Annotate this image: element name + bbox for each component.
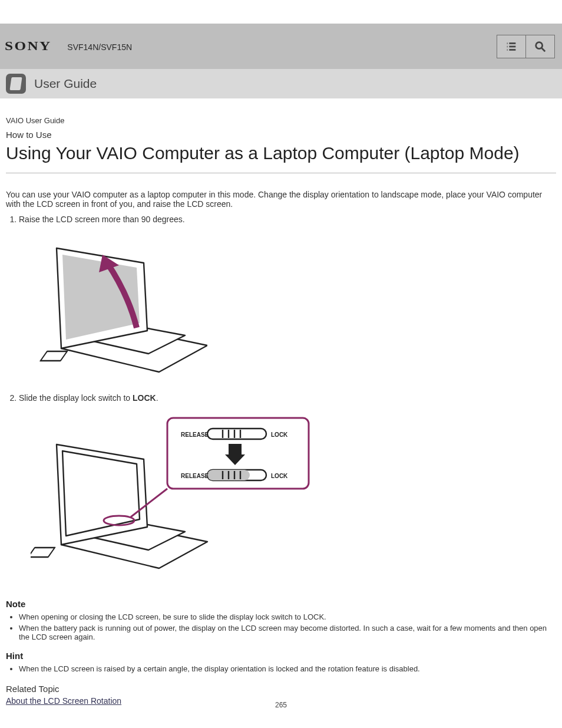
svg-point-6 [536, 42, 543, 48]
steps-list-2: Slide the display lock switch to LOCK. [19, 393, 556, 403]
list-button[interactable] [497, 35, 526, 58]
note-heading: Note [6, 599, 556, 609]
step-2-extra: . [156, 393, 158, 403]
related-topic-heading: Related Topic [6, 684, 556, 694]
release-label-1: RELEASE [181, 431, 209, 438]
release-label-2: RELEASE [181, 473, 209, 479]
hint-heading: Hint [6, 651, 556, 661]
top-header-bar: SONY SVF14N/SVF15N [0, 24, 562, 69]
page-title: Using Your VAIO Computer as a Laptop Com… [6, 143, 556, 163]
step-1-text: Raise the LCD screen more than 90 degree… [19, 215, 185, 224]
step-2-bold: LOCK [133, 393, 156, 403]
search-button[interactable] [525, 35, 555, 58]
steps-list: Raise the LCD screen more than 90 degree… [19, 215, 556, 224]
svg-rect-16 [31, 548, 55, 557]
svg-rect-10 [41, 351, 67, 361]
step-2-text: Slide the display lock switch to [19, 393, 133, 403]
svg-line-7 [542, 48, 546, 51]
figure-open-lid [31, 233, 207, 381]
search-icon [534, 40, 547, 53]
step-1: Raise the LCD screen more than 90 degree… [19, 215, 556, 224]
brand-logo: SONY [5, 39, 52, 54]
hint-1: When the LCD screen is raised by a certa… [19, 664, 556, 673]
book-icon [6, 74, 26, 94]
how-to-use-link[interactable]: How to Use [6, 130, 556, 140]
note-2: When the battery pack is running out of … [19, 624, 556, 641]
hints-list: When the LCD screen is raised by a certa… [19, 664, 556, 673]
intro-paragraph: You can use your VAIO computer as a lapt… [6, 190, 556, 209]
figure-lock-switch: RELEASE LOCK RELEASE LOCK [31, 412, 313, 577]
guide-label: VAIO User Guide [6, 116, 556, 125]
step-2: Slide the display lock switch to LOCK. [19, 393, 556, 403]
svg-rect-25 [229, 444, 242, 454]
svg-rect-20 [207, 429, 266, 439]
note-1: When opening or closing the LCD screen, … [19, 612, 556, 621]
title-divider [6, 173, 556, 173]
model-label: SVF14N/SVF15N [67, 42, 132, 52]
notes-list: When opening or closing the LCD screen, … [19, 612, 556, 641]
list-icon [505, 40, 518, 53]
lock-label-1: LOCK [271, 431, 288, 438]
page-number: 265 [0, 701, 562, 709]
sub-header-bar: User Guide [0, 69, 562, 98]
sub-header-title: User Guide [34, 77, 97, 91]
lock-label-2: LOCK [271, 473, 288, 479]
